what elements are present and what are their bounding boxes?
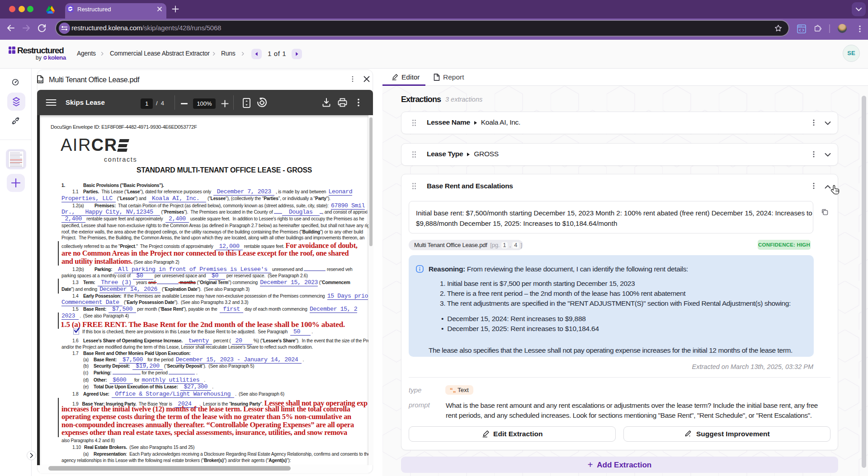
svg-text:PDF: PDF	[37, 79, 43, 83]
